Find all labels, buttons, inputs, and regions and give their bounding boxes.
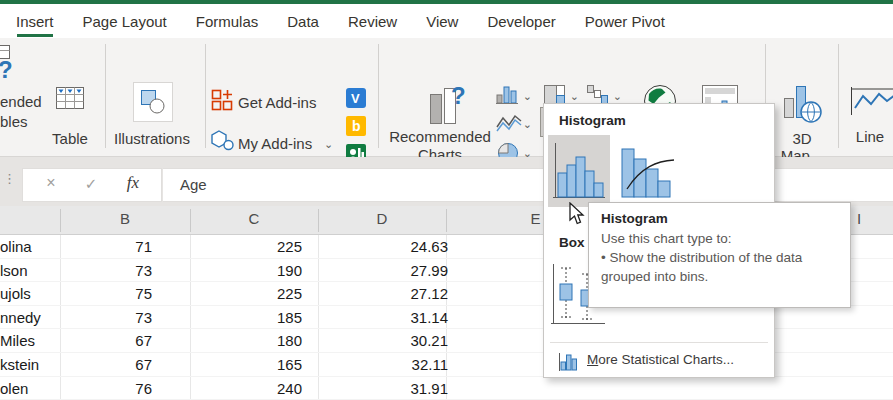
table-icon <box>55 84 85 111</box>
illustrations-icon <box>140 89 166 115</box>
gallery-histogram-item[interactable] <box>548 135 610 207</box>
cursor-icon <box>568 202 586 226</box>
cell-d[interactable]: 27.99 <box>318 259 448 283</box>
cell-b[interactable]: 73 <box>60 306 152 330</box>
cell-name[interactable]: Miles <box>0 329 60 353</box>
table-row[interactable]: olen 76 240 31.91 <box>0 377 893 400</box>
tab-power-pivot[interactable]: Power Pivot <box>585 4 665 38</box>
enter-button[interactable]: ✓ <box>79 175 103 193</box>
my-addins-label: My Add-ins <box>238 135 312 152</box>
gallery-pareto-item[interactable] <box>616 135 678 207</box>
col-header-d[interactable]: D <box>318 210 446 227</box>
tab-page-layout[interactable]: Page Layout <box>83 4 167 38</box>
tooltip-line3: grouped into bins. <box>601 269 708 284</box>
tab-review[interactable]: Review <box>348 4 397 38</box>
histogram-tooltip: Histogram Use this chart type to: • Show… <box>588 202 851 308</box>
tab-formulas[interactable]: Formulas <box>196 4 259 38</box>
formula-input[interactable]: Age <box>163 168 893 202</box>
cell-c[interactable]: 240 <box>190 377 302 400</box>
dropdown-histogram-header: Histogram <box>559 113 626 128</box>
cell-name[interactable]: kstein <box>0 353 60 377</box>
pareto-gallery-icon <box>619 139 675 203</box>
tooltip-line1: Use this chart type to: <box>601 231 732 246</box>
cell-b[interactable]: 76 <box>60 377 152 400</box>
cell-c[interactable]: 225 <box>190 235 302 259</box>
my-addins-icon <box>210 129 235 152</box>
my-addins-chevron-icon <box>324 139 333 149</box>
svg-text:V: V <box>351 91 360 106</box>
formula-controls: × ✓ fx <box>22 168 162 202</box>
more-charts-icon <box>557 351 579 373</box>
histogram-gallery-icon <box>551 139 607 203</box>
table-label: Table <box>46 130 94 147</box>
cell-name[interactable]: lson <box>0 259 60 283</box>
cell-c[interactable]: 180 <box>190 329 302 353</box>
insert-column-chart-button[interactable] <box>494 82 534 109</box>
line-sparkline-label: Line <box>846 128 893 145</box>
cell-d[interactable]: 30.21 <box>318 329 448 353</box>
line-sparkline-button[interactable]: Line <box>846 82 893 152</box>
pivottable-icon: ? <box>0 44 18 84</box>
visio-addin-icon[interactable]: V <box>346 88 366 108</box>
more-statistical-charts-item[interactable]: More Statistical Charts... <box>544 349 774 375</box>
cell-c[interactable]: 225 <box>190 282 302 306</box>
get-addins-label: Get Add-ins <box>238 94 316 111</box>
group-divider <box>378 44 379 148</box>
tooltip-title: Histogram <box>601 211 668 226</box>
group-divider <box>205 44 206 148</box>
column-chart-icon <box>496 84 520 106</box>
map3d-icon <box>781 82 823 126</box>
chevron-down-icon <box>570 91 579 101</box>
get-addins-icon <box>210 88 234 112</box>
cell-b[interactable]: 73 <box>60 259 152 283</box>
insert-function-button[interactable]: fx <box>119 173 147 193</box>
excel-window: Insert Page Layout Formulas Data Review … <box>0 0 893 400</box>
tab-data[interactable]: Data <box>287 4 319 38</box>
cell-b[interactable]: 67 <box>60 353 152 377</box>
chevron-down-icon <box>613 91 622 101</box>
bing-maps-addin-icon[interactable]: b <box>346 116 366 136</box>
recommended-pivottables-button[interactable]: ? ended bles <box>0 42 50 148</box>
col-header-b[interactable]: B <box>60 210 190 227</box>
cell-d[interactable]: 31.91 <box>318 377 448 400</box>
tab-developer[interactable]: Developer <box>487 4 555 38</box>
cell-d[interactable]: 31.14 <box>318 306 448 330</box>
illustrations-label: Illustrations <box>112 130 192 147</box>
cell-b[interactable]: 67 <box>60 329 152 353</box>
group-divider <box>838 44 839 148</box>
cell-c[interactable]: 165 <box>190 353 302 377</box>
insert-line-chart-button[interactable] <box>494 110 534 137</box>
recommended-charts-icon: ? <box>426 82 466 128</box>
cell-b[interactable]: 71 <box>60 235 152 259</box>
chevron-down-icon <box>523 91 532 101</box>
cell-c[interactable]: 190 <box>190 259 302 283</box>
col-header-c[interactable]: C <box>190 210 318 227</box>
ribbon-tab-bar: Insert Page Layout Formulas Data Review … <box>0 4 893 38</box>
cell-b[interactable]: 75 <box>60 282 152 306</box>
my-addins-button[interactable]: My Add-ins <box>210 129 340 159</box>
cell-name[interactable]: olen <box>0 377 60 400</box>
cell-c[interactable]: 185 <box>190 306 302 330</box>
svg-text:?: ? <box>451 82 466 109</box>
svg-text:?: ? <box>0 56 13 83</box>
line-chart-icon <box>496 112 522 134</box>
chevron-down-icon <box>523 119 532 129</box>
cell-d[interactable]: 32.11 <box>318 353 448 377</box>
more-statistical-charts-label: More Statistical Charts... <box>587 352 734 367</box>
cancel-button[interactable]: × <box>39 174 63 192</box>
dropdown-box-header: Box <box>559 235 585 250</box>
cell-name[interactable]: olina <box>0 235 60 259</box>
tooltip-line2: • Show the distribution of the data <box>601 250 802 265</box>
get-addins-button[interactable]: Get Add-ins <box>210 88 330 118</box>
cell-name[interactable]: ujols <box>0 282 60 306</box>
tab-insert[interactable]: Insert <box>16 4 54 38</box>
cell-d[interactable]: 24.63 <box>318 235 448 259</box>
cell-name[interactable]: nnedy <box>0 306 60 330</box>
cell-d[interactable]: 27.12 <box>318 282 448 306</box>
table-button[interactable]: Table <box>46 80 94 168</box>
dropdown-separator <box>550 342 768 343</box>
svg-text:b: b <box>352 118 361 134</box>
drag-dots-icon[interactable] <box>3 171 16 186</box>
group-divider <box>105 44 106 148</box>
tab-view[interactable]: View <box>426 4 458 38</box>
